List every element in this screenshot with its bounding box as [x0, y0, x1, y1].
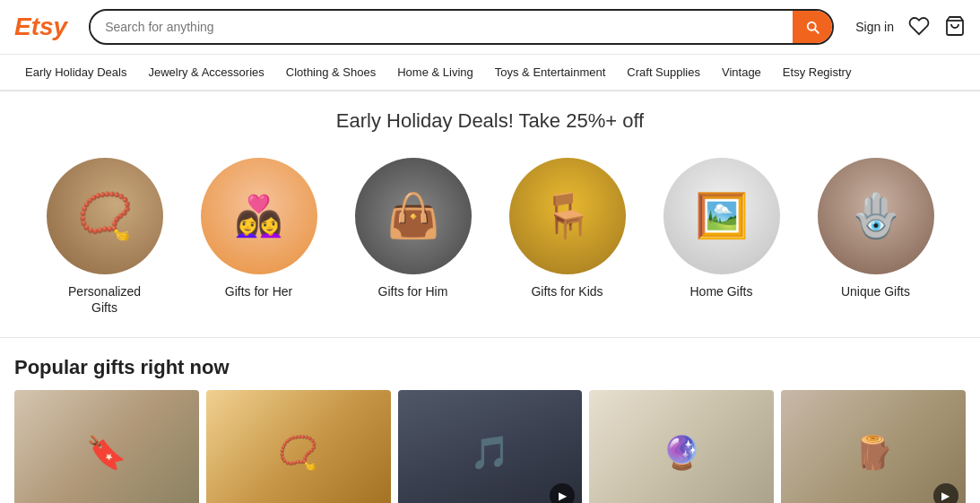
header: Etsy Sign in [0, 0, 980, 55]
play-button-5[interactable]: ▶ [933, 483, 958, 503]
nav-item-early-holiday-deals[interactable]: Early Holiday Deals [14, 62, 137, 82]
categories-section: PersonalizedGifts Gifts for Her Gifts fo… [0, 147, 980, 337]
search-icon [804, 19, 820, 35]
nav-item-home-living[interactable]: Home & Living [386, 62, 484, 82]
popular-item-1-visual: 🔖 [14, 390, 199, 503]
category-gifts-for-him-label: Gifts for Him [378, 283, 448, 299]
sign-in-link[interactable]: Sign in [855, 20, 894, 34]
popular-item-1[interactable]: 🔖 [14, 390, 199, 503]
nav-item-clothing-shoes[interactable]: Clothing & Shoes [275, 62, 386, 82]
category-unique-gifts-image [818, 158, 934, 274]
category-personalized-gifts[interactable]: PersonalizedGifts [42, 158, 168, 316]
popular-item-5[interactable]: 🪵 ▶ [781, 390, 966, 503]
popular-grid: 🔖 📿 🎵 ▶ 🔮 🪵 ▶ [14, 390, 966, 503]
nav-item-vintage[interactable]: Vintage [711, 62, 772, 82]
popular-item-4-visual: 🔮 [589, 390, 774, 503]
popular-section: Popular gifts right now 🔖 📿 🎵 ▶ 🔮 🪵 ▶ [0, 349, 980, 503]
category-home-gifts-image [663, 158, 780, 274]
category-gifts-for-her-image [201, 158, 317, 274]
section-divider [0, 337, 980, 338]
category-gifts-for-kids[interactable]: Gifts for Kids [505, 158, 630, 316]
category-gifts-for-him[interactable]: Gifts for Him [351, 158, 476, 316]
category-gifts-for-kids-image [509, 158, 626, 274]
category-gifts-for-her-label: Gifts for Her [225, 283, 292, 299]
category-gifts-for-her[interactable]: Gifts for Her [196, 158, 322, 316]
nav-item-toys-entertainment[interactable]: Toys & Entertainment [484, 62, 617, 82]
category-home-gifts-label: Home Gifts [689, 283, 752, 299]
category-unique-gifts-label: Unique Gifts [841, 283, 910, 299]
nav-item-etsy-registry[interactable]: Etsy Registry [772, 62, 863, 82]
category-unique-gifts[interactable]: Unique Gifts [813, 158, 939, 316]
popular-title: Popular gifts right now [14, 356, 966, 379]
header-actions: Sign in [855, 15, 966, 39]
category-gifts-for-him-image [355, 158, 472, 274]
wishlist-icon[interactable] [908, 15, 930, 39]
search-button[interactable] [793, 9, 832, 45]
main-nav: Early Holiday Deals Jewelry & Accessorie… [0, 55, 980, 91]
category-personalized-gifts-image [47, 158, 163, 274]
category-gifts-for-kids-label: Gifts for Kids [531, 283, 603, 299]
cart-icon[interactable] [944, 15, 966, 39]
nav-item-jewelry-accessories[interactable]: Jewelry & Accessories [137, 62, 274, 82]
category-home-gifts[interactable]: Home Gifts [659, 158, 785, 316]
banner-text: Early Holiday Deals! Take 25%+ off [336, 109, 644, 132]
promo-banner: Early Holiday Deals! Take 25%+ off [0, 91, 980, 147]
category-personalized-gifts-label: PersonalizedGifts [68, 283, 141, 316]
popular-item-2-visual: 📿 [206, 390, 391, 503]
search-input[interactable] [91, 20, 793, 34]
popular-item-2[interactable]: 📿 [206, 390, 391, 503]
etsy-logo[interactable]: Etsy [14, 13, 67, 41]
popular-item-3[interactable]: 🎵 ▶ [398, 390, 583, 503]
search-bar [89, 9, 834, 45]
nav-item-craft-supplies[interactable]: Craft Supplies [616, 62, 711, 82]
popular-item-4[interactable]: 🔮 [589, 390, 774, 503]
play-button-3[interactable]: ▶ [550, 483, 575, 503]
